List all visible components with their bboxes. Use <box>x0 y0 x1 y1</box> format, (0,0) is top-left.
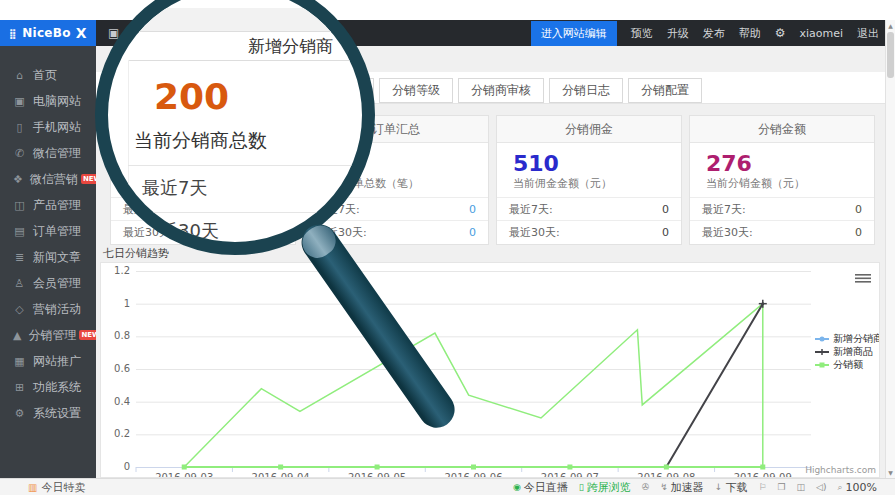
sidebar-item-settings[interactable]: ⚙系统设置 <box>0 400 96 426</box>
today-live[interactable]: ◉ 今日直播 <box>513 480 568 495</box>
tab-4[interactable]: 分销配置 <box>628 78 702 103</box>
chart-menu-hamburger-icon[interactable] <box>855 274 871 283</box>
vertical-scrollbar[interactable]: ▲ ▼ <box>885 20 895 478</box>
marker-square <box>760 465 765 470</box>
sidebar-item-label: 订单管理 <box>33 223 81 240</box>
zoom-level: 100% <box>846 481 877 494</box>
tab-2[interactable]: 分销商审核 <box>458 78 544 103</box>
tab-3[interactable]: 分销日志 <box>549 78 623 103</box>
scroll-down-arrow-icon[interactable]: ▼ <box>886 469 895 476</box>
news-icon: ≣ <box>13 251 26 264</box>
sound-button[interactable]: ◁) <box>816 482 826 492</box>
chart-title: 七日分销趋势 <box>103 246 169 261</box>
settings-icon: ⚙ <box>13 407 26 420</box>
page-zoom[interactable]: ⌕ 100% <box>838 481 878 494</box>
sidebar-item-distribution[interactable]: ▲分销管理NEW <box>0 322 96 348</box>
magnified-card-title: 新增分销商 <box>248 35 333 58</box>
grid-icon: ⣿ <box>9 28 17 39</box>
stat-card-3: 分销金额276当前分销金额（元）最近7天:0最近30天:0 <box>689 115 875 245</box>
marker-square <box>278 465 283 470</box>
download[interactable]: ↓ 下载 <box>715 480 748 495</box>
legend-item-2[interactable]: 分销额 <box>815 359 863 370</box>
scroll-up-arrow-icon[interactable]: ▲ <box>886 22 895 29</box>
series-1 <box>184 304 763 467</box>
row-value: 0 <box>855 203 862 216</box>
sidebar-item-monitor[interactable]: ▣电脑网站 <box>0 88 96 114</box>
print-button[interactable]: ❐ <box>777 482 785 492</box>
svg-text:0.6: 0.6 <box>114 363 130 374</box>
svg-text:分销额: 分销额 <box>833 359 863 370</box>
card-row: 最近30天:0 <box>690 220 874 243</box>
svg-text:2016-09-08: 2016-09-08 <box>637 472 695 477</box>
svg-text:0.4: 0.4 <box>114 396 130 407</box>
divider <box>128 165 362 166</box>
sidebar-item-member[interactable]: ♙会员管理 <box>0 270 96 296</box>
card-title: 分销金额 <box>690 116 874 143</box>
marker-square <box>567 465 572 470</box>
card-value: 510 <box>497 143 681 176</box>
order-icon: ▤ <box>13 225 26 238</box>
nicebox-logo[interactable]: ⣿ NiceBoX <box>0 20 96 46</box>
today-sale[interactable]: ▥ 今日特卖 <box>0 480 85 495</box>
card-caption: 当前佣金金额（元） <box>497 176 681 197</box>
accelerator[interactable]: ↯ 加速器 <box>660 480 704 495</box>
sidebar-item-label: 微信管理 <box>33 145 81 162</box>
game-center[interactable]: ✇ <box>642 482 650 492</box>
campaign-icon: ◇ <box>13 303 26 316</box>
upgrade-link[interactable]: 升级 <box>667 26 689 41</box>
sale-bag-icon: ▥ <box>28 482 37 493</box>
logo-x: X <box>76 25 87 41</box>
marker-square <box>664 465 669 470</box>
sidebar-item-phone[interactable]: ▯手机网站 <box>0 114 96 140</box>
printer-icon: ❐ <box>777 482 785 492</box>
marker-square <box>375 465 380 470</box>
sidebar-item-label: 网站推广 <box>33 353 81 370</box>
legend-item-1[interactable]: 新增商品 <box>815 346 873 357</box>
magnifier-icon: ⌕ <box>838 482 843 493</box>
chart-legend: 新增分销商新增商品分销额 <box>815 333 879 370</box>
window-button[interactable]: ◫ <box>797 482 806 492</box>
sidebar-item-label: 新闻文章 <box>33 249 81 266</box>
legend-item-0[interactable]: 新增分销商 <box>815 333 879 344</box>
row-value: 0 <box>662 203 669 216</box>
preview-link[interactable]: 预览 <box>631 26 653 41</box>
cross-screen-browse[interactable]: ▯ 跨屏浏览 <box>579 480 631 495</box>
flag-button[interactable]: ⚐ <box>758 482 766 492</box>
username[interactable]: xiaomei <box>799 27 843 40</box>
pinwheel-icon: ✇ <box>642 482 650 492</box>
marker-square <box>182 465 187 470</box>
sidebar-item-campaign[interactable]: ◇营销活动 <box>0 296 96 322</box>
row-value: 0 <box>662 226 669 239</box>
scrollbar-thumb[interactable] <box>887 32 894 78</box>
divider <box>128 212 362 213</box>
sidebar-item-news[interactable]: ≣新闻文章 <box>0 244 96 270</box>
sidebar-item-product[interactable]: ◫产品管理 <box>0 192 96 218</box>
card-row: 最近7天:0 <box>690 197 874 220</box>
sidebar-item-promotion[interactable]: ▦网站推广 <box>0 348 96 374</box>
tab-1[interactable]: 分销等级 <box>379 78 453 103</box>
help-link[interactable]: 帮助 <box>739 26 761 41</box>
logout-link[interactable]: 退出 <box>857 26 879 41</box>
card-row: 最近7天:0 <box>497 197 681 220</box>
sidebar-item-order[interactable]: ▤订单管理 <box>0 218 96 244</box>
enter-site-edit-button[interactable]: 进入网站编辑 <box>531 21 617 46</box>
sidebar-item-wechat[interactable]: ✆微信管理 <box>0 140 96 166</box>
svg-text:2016-09-07: 2016-09-07 <box>541 472 599 477</box>
sidebar-item-home[interactable]: ⌂首页 <box>0 62 96 88</box>
svg-text:新增商品: 新增商品 <box>833 346 873 357</box>
svg-text:0: 0 <box>124 461 130 472</box>
row-value: 0 <box>469 203 476 216</box>
highcharts-credit[interactable]: Highcharts.com <box>805 465 876 475</box>
sidebar-item-label: 产品管理 <box>33 197 81 214</box>
sidebar-item-wechat-marketing[interactable]: ❖微信营销NEW <box>0 166 96 192</box>
cross-screen-label: 跨屏浏览 <box>587 480 631 495</box>
publish-link[interactable]: 发布 <box>703 26 725 41</box>
svg-text:2016-09-04: 2016-09-04 <box>252 472 310 477</box>
sidebar-item-function[interactable]: ⊞功能系统 <box>0 374 96 400</box>
distribution-icon: ▲ <box>13 329 21 342</box>
card-row: 最近30天:0 <box>497 220 681 243</box>
browser-statusbar: ▥ 今日特卖 ◉ 今日直播 ▯ 跨屏浏览 ✇ ↯ 加速器 ↓ 下载 ⚐ ❐ ◫ <box>0 478 895 495</box>
svg-text:2016-09-03: 2016-09-03 <box>155 472 213 477</box>
download-label: 下载 <box>725 480 747 495</box>
gear-icon[interactable]: ⚙ <box>775 26 786 40</box>
